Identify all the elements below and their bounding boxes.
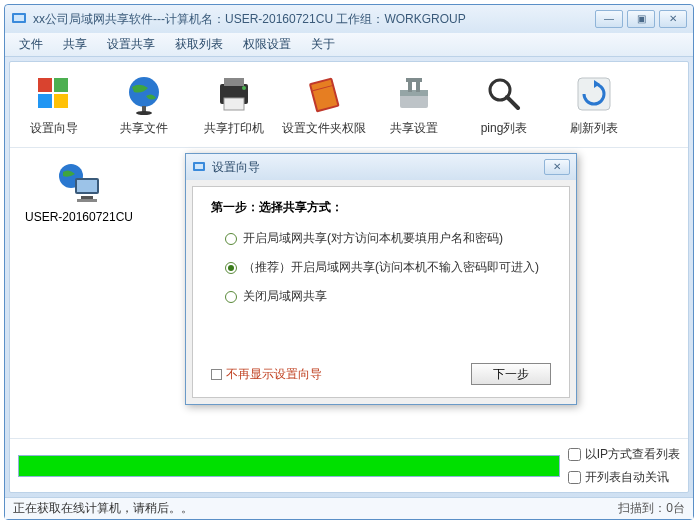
svg-point-8	[136, 111, 152, 115]
dialog-body: 第一步：选择共享方式： 开启局域网共享(对方访问本机要填用户名和密码) （推荐）…	[192, 186, 570, 398]
tool-label: ping列表	[481, 120, 528, 137]
printer-icon	[212, 72, 256, 116]
radio-icon	[225, 291, 237, 303]
tool-label: 共享文件	[120, 120, 168, 137]
radio-icon	[225, 233, 237, 245]
svg-rect-19	[416, 82, 420, 92]
checkbox-label: 不再显示设置向导	[226, 366, 322, 383]
tool-label: 刷新列表	[570, 120, 618, 137]
svg-rect-4	[38, 94, 52, 108]
maximize-button[interactable]: ▣	[627, 10, 655, 28]
globe-icon	[122, 72, 166, 116]
windows-flag-icon	[32, 72, 76, 116]
svg-point-6	[129, 77, 159, 107]
svg-rect-20	[406, 78, 422, 82]
tool-label: 共享打印机	[204, 120, 264, 137]
check-auto-close[interactable]: 开列表自动关讯	[568, 469, 680, 486]
toolbox-icon	[392, 72, 436, 116]
status-left: 正在获取在线计算机，请稍后。。	[13, 500, 193, 517]
tool-label: 设置向导	[30, 120, 78, 137]
dialog-close-button[interactable]: ✕	[544, 159, 570, 175]
menu-about[interactable]: 关于	[301, 33, 345, 56]
tool-share-settings[interactable]: 共享设置	[378, 72, 450, 137]
checkbox-icon[interactable]	[568, 471, 581, 484]
window-controls: — ▣ ✕	[595, 10, 687, 28]
checkbox-label: 以IP方式查看列表	[585, 446, 680, 463]
menubar: 文件 共享 设置共享 获取列表 权限设置 关于	[5, 33, 693, 57]
minimize-button[interactable]: —	[595, 10, 623, 28]
dialog-titlebar: 设置向导 ✕	[186, 154, 576, 180]
tool-label: 共享设置	[390, 120, 438, 137]
svg-rect-3	[54, 78, 68, 92]
titlebar: xx公司局域网共享软件---计算机名：USER-20160721CU 工作组：W…	[5, 5, 693, 33]
radio-option-2[interactable]: （推荐）开启局域网共享(访问本机不输入密码即可进入)	[225, 259, 551, 276]
no-show-checkbox[interactable]: 不再显示设置向导	[211, 366, 322, 383]
svg-line-22	[507, 97, 518, 108]
svg-point-12	[242, 86, 246, 90]
radio-label: （推荐）开启局域网共享(访问本机不输入密码即可进入)	[243, 259, 539, 276]
check-ip-view[interactable]: 以IP方式查看列表	[568, 446, 680, 463]
bottom-bar: 以IP方式查看列表 开列表自动关讯	[10, 438, 688, 492]
menu-set-share[interactable]: 设置共享	[97, 33, 165, 56]
setup-wizard-dialog: 设置向导 ✕ 第一步：选择共享方式： 开启局域网共享(对方访问本机要填用户名和密…	[185, 153, 577, 405]
checkbox-label: 开列表自动关讯	[585, 469, 669, 486]
dialog-icon	[192, 160, 206, 174]
checkbox-icon[interactable]	[568, 448, 581, 461]
svg-rect-10	[224, 78, 244, 86]
dialog-footer: 不再显示设置向导 下一步	[211, 353, 551, 385]
tool-share-printer[interactable]: 共享打印机	[198, 72, 270, 137]
app-icon	[11, 11, 27, 27]
menu-get-list[interactable]: 获取列表	[165, 33, 233, 56]
svg-rect-5	[54, 94, 68, 108]
dialog-title: 设置向导	[212, 159, 544, 176]
menu-file[interactable]: 文件	[9, 33, 53, 56]
radio-option-3[interactable]: 关闭局域网共享	[225, 288, 551, 305]
computer-globe-icon	[55, 162, 103, 206]
svg-rect-27	[77, 180, 97, 192]
close-button[interactable]: ✕	[659, 10, 687, 28]
tool-refresh-list[interactable]: 刷新列表	[558, 72, 630, 137]
radio-label: 关闭局域网共享	[243, 288, 327, 305]
tool-label: 设置文件夹权限	[282, 120, 366, 137]
svg-rect-11	[224, 98, 244, 110]
toolbar: 设置向导 共享文件 共享打印机 设置文件夹权限	[10, 62, 688, 148]
svg-rect-31	[195, 164, 203, 169]
tool-share-files[interactable]: 共享文件	[108, 72, 180, 137]
computer-item[interactable]: USER-20160721CU	[24, 162, 134, 224]
bottom-options: 以IP方式查看列表 开列表自动关讯	[568, 446, 680, 486]
radio-label: 开启局域网共享(对方访问本机要填用户名和密码)	[243, 230, 503, 247]
progress-bar	[18, 455, 560, 477]
tool-ping-list[interactable]: ping列表	[468, 72, 540, 137]
svg-rect-28	[81, 196, 93, 199]
computer-name: USER-20160721CU	[25, 210, 133, 224]
svg-rect-18	[408, 82, 412, 92]
refresh-icon	[572, 72, 616, 116]
window-title: xx公司局域网共享软件---计算机名：USER-20160721CU 工作组：W…	[33, 11, 595, 28]
share-mode-radio-group: 开启局域网共享(对方访问本机要填用户名和密码) （推荐）开启局域网共享(访问本机…	[225, 230, 551, 305]
status-right: 扫描到：0台	[618, 500, 685, 517]
svg-rect-17	[400, 90, 428, 96]
book-icon	[302, 72, 346, 116]
step-heading: 第一步：选择共享方式：	[211, 199, 551, 216]
menu-permission[interactable]: 权限设置	[233, 33, 301, 56]
radio-option-1[interactable]: 开启局域网共享(对方访问本机要填用户名和密码)	[225, 230, 551, 247]
checkbox-icon	[211, 369, 222, 380]
radio-icon	[225, 262, 237, 274]
svg-rect-2	[38, 78, 52, 92]
tool-setup-wizard[interactable]: 设置向导	[18, 72, 90, 137]
statusbar: 正在获取在线计算机，请稍后。。 扫描到：0台	[5, 497, 693, 519]
next-button[interactable]: 下一步	[471, 363, 551, 385]
menu-share[interactable]: 共享	[53, 33, 97, 56]
magnifier-icon	[482, 72, 526, 116]
tool-folder-permission[interactable]: 设置文件夹权限	[288, 72, 360, 137]
svg-rect-29	[77, 199, 97, 202]
svg-rect-1	[14, 15, 24, 21]
